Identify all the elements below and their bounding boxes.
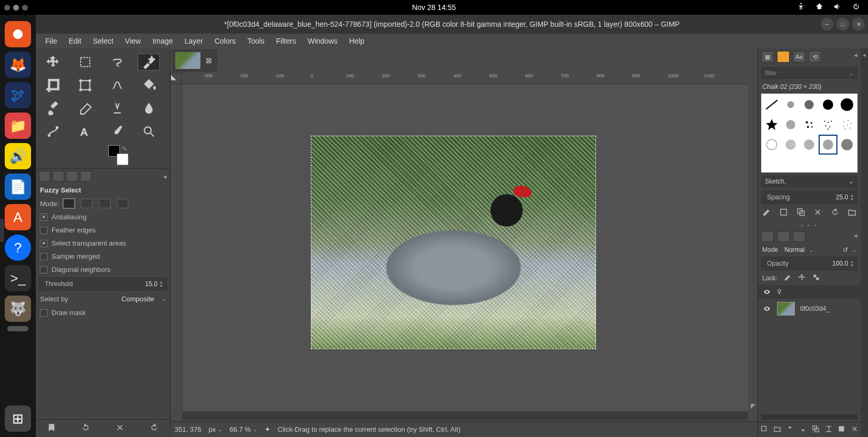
- brush-filter[interactable]: filter⌄: [761, 67, 857, 79]
- visibility-icon[interactable]: [762, 305, 772, 312]
- swap-colors-icon[interactable]: ⤡: [122, 145, 127, 152]
- link-icon[interactable]: ⚲: [777, 288, 782, 296]
- brush-item-selected[interactable]: [819, 135, 837, 154]
- lower-layer-icon[interactable]: [799, 425, 807, 434]
- transparent-option[interactable]: ✕Select transparent areas: [36, 237, 170, 250]
- dock-separator[interactable]: • • •: [758, 221, 861, 229]
- save-preset-icon[interactable]: [47, 423, 56, 434]
- refresh-brush-icon[interactable]: [831, 208, 840, 218]
- dock-thunderbird-icon[interactable]: 🕊: [5, 82, 31, 108]
- image-tab[interactable]: ⊠: [173, 49, 217, 72]
- opacity-field[interactable]: Opacity 100.0 ▲▼: [761, 257, 857, 270]
- tool-paintbrush[interactable]: [42, 100, 64, 117]
- tool-paths[interactable]: [42, 123, 64, 140]
- mask-layer-icon[interactable]: [837, 425, 845, 434]
- tool-free-select[interactable]: [106, 54, 128, 70]
- network-icon[interactable]: [815, 2, 824, 13]
- dock-software-icon[interactable]: A: [5, 204, 31, 230]
- dock-menu-icon[interactable]: ◂: [854, 51, 857, 63]
- opacity-spinner[interactable]: ▲▼: [850, 260, 854, 267]
- brush-item[interactable]: [782, 115, 800, 134]
- menu-tools[interactable]: Tools: [242, 35, 270, 47]
- new-brush-icon[interactable]: [779, 208, 788, 218]
- mode-subtract[interactable]: [99, 199, 110, 208]
- tab-menu-icon[interactable]: ◂: [163, 172, 167, 180]
- minimize-button[interactable]: ─: [821, 18, 833, 31]
- merge-layer-icon[interactable]: [825, 425, 833, 434]
- maximize-button[interactable]: □: [836, 18, 849, 31]
- tab-brushes[interactable]: ▦: [761, 51, 774, 63]
- new-layer-icon[interactable]: [760, 425, 768, 434]
- menu-select[interactable]: Select: [88, 35, 119, 47]
- open-brush-icon[interactable]: [847, 208, 856, 218]
- accessibility-icon[interactable]: [796, 2, 805, 13]
- layer-mode-row[interactable]: Mode Normal⌄ ↺⌄: [758, 244, 861, 256]
- tab-paths[interactable]: [793, 231, 805, 242]
- tool-warp[interactable]: [106, 77, 128, 94]
- layer-name[interactable]: 0f0c03d4_: [800, 305, 830, 312]
- tool-crop[interactable]: [42, 77, 64, 94]
- dock-terminal-icon[interactable]: >_: [5, 265, 31, 291]
- tab-layers[interactable]: [761, 231, 774, 242]
- brush-preset[interactable]: Sketch,⌄: [761, 176, 857, 187]
- duplicate-layer-icon[interactable]: [812, 425, 820, 434]
- mode-intersect[interactable]: [117, 199, 128, 208]
- new-group-icon[interactable]: [773, 425, 781, 434]
- reset-preset-icon[interactable]: [149, 423, 159, 434]
- threshold-spinner[interactable]: ▲▼: [159, 280, 163, 288]
- mode-replace[interactable]: [63, 199, 75, 208]
- brush-item[interactable]: [838, 115, 856, 134]
- tool-bucket-fill[interactable]: [138, 77, 160, 94]
- mode-switch-icon[interactable]: ↺: [843, 246, 848, 253]
- visibility-icon[interactable]: [762, 288, 772, 296]
- antialiasing-option[interactable]: ✕Antialiasing: [36, 210, 170, 223]
- brush-item[interactable]: [801, 115, 819, 134]
- unit-selector[interactable]: px⌄: [209, 425, 223, 433]
- brush-item[interactable]: [763, 115, 781, 134]
- tool-unified-transform[interactable]: [74, 77, 96, 94]
- right-dock-expand[interactable]: ◂: [861, 48, 868, 437]
- edit-brush-icon[interactable]: [762, 208, 771, 218]
- tab-channels[interactable]: [777, 231, 790, 242]
- feather-option[interactable]: Feather edges: [36, 223, 170, 237]
- brush-item[interactable]: [838, 135, 856, 154]
- vertical-ruler[interactable]: [170, 84, 182, 411]
- dock-ubuntu-icon[interactable]: [5, 21, 31, 47]
- lock-alpha-icon[interactable]: [812, 273, 820, 283]
- sample-merged-option[interactable]: Sample merged: [36, 250, 170, 263]
- delete-brush-icon[interactable]: [813, 208, 822, 218]
- menu-windows[interactable]: Windows: [302, 35, 343, 47]
- tool-rect-select[interactable]: [74, 54, 96, 70]
- tool-smudge[interactable]: [138, 100, 160, 117]
- menu-view[interactable]: View: [120, 35, 146, 47]
- tool-eraser[interactable]: [74, 100, 96, 117]
- menu-layer[interactable]: Layer: [179, 35, 208, 47]
- delete-layer-icon[interactable]: [851, 425, 859, 434]
- activities-corner[interactable]: [0, 5, 28, 11]
- clock[interactable]: Nov 28 14:55: [412, 3, 456, 12]
- threshold-field[interactable]: Threshold 15.0 ▲▼: [39, 277, 167, 291]
- menu-filters[interactable]: Filters: [271, 35, 301, 47]
- brush-item[interactable]: [801, 95, 819, 114]
- mode-add[interactable]: [81, 199, 93, 208]
- tab-history[interactable]: ⟲: [809, 51, 821, 63]
- power-icon[interactable]: [852, 2, 861, 13]
- ruler-corner[interactable]: ◣: [170, 73, 182, 84]
- dock-files-icon[interactable]: 📁: [5, 113, 31, 139]
- lock-pixels-icon[interactable]: [784, 273, 792, 283]
- raise-layer-icon[interactable]: [786, 425, 794, 434]
- brush-item[interactable]: [782, 95, 800, 114]
- diagonal-option[interactable]: Diagonal neighbors: [36, 263, 170, 276]
- select-by-row[interactable]: Select by Composite ⌄: [36, 292, 170, 306]
- tool-move[interactable]: [42, 54, 64, 70]
- layers-menu-icon[interactable]: ◂: [854, 231, 857, 242]
- tab-images[interactable]: [80, 171, 92, 181]
- layer-row-bg[interactable]: ⚲: [758, 285, 861, 299]
- close-button[interactable]: ✕: [852, 18, 865, 31]
- dock-show-apps-icon[interactable]: ⊞: [5, 405, 31, 432]
- lock-position-icon[interactable]: [798, 273, 806, 283]
- tab-device-status[interactable]: [53, 171, 64, 181]
- spacing-field[interactable]: Spacing 25.0 ▲▼: [761, 190, 857, 204]
- horizontal-ruler[interactable]: -300-200-1000100200300400500600700800900…: [182, 73, 748, 84]
- dock-help-icon[interactable]: ?: [5, 235, 31, 261]
